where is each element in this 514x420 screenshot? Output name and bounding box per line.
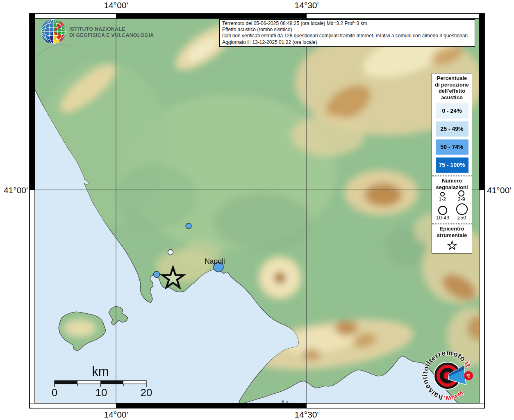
count-circle-icon [440,192,445,196]
lon-label-bottom-14-30: 14°30' [282,410,331,420]
legend-divider [432,176,472,176]
lat-label-right-41-00: 41°00' [487,185,514,195]
legend-swatch-50-74: 50 - 74% [436,139,469,155]
legend-divider [432,224,472,224]
count-label: 10-49 [436,215,449,221]
count-label: 1-2 [439,197,446,202]
legend-title-line: segnalazioni [432,184,472,191]
count-row-large: 10-49 ≥50 [432,203,472,221]
ingv-wordmark: ISTITUTO NAZIONALE DI GEOFISICA E VULCAN… [69,26,154,39]
legend-swatch-25-49: 25 - 49% [436,121,469,137]
lon-label-bottom-14-00: 14°00' [91,410,141,420]
count-label: 3-9 [458,197,465,202]
event-updated-line: Aggiornato il: 13-12-2025 01:22 (ora loc… [222,39,472,46]
ingv-name-line2: DI GEOFISICA E VULCANOLOGIA [69,32,154,39]
city-label-napoli: Napoli [205,257,225,265]
earthquake-map-figure: Napoli km 0 10 20 [0,0,514,420]
ingv-name-line1: ISTITUTO NAZIONALE [69,26,154,32]
report-dot [168,250,173,255]
event-effect-line: Effetto acustico (rombo sismico) [222,27,472,33]
count-class-50-plus: ≥50 [456,203,468,221]
legend-panel: Percentuale di percezione dell'effetto a… [432,73,472,253]
legend-swatch-0-24: 0 - 24% [436,103,469,119]
lon-label-top-14-00: 14°00' [91,0,141,10]
count-circle-icon [458,190,464,196]
map-interior: Napoli km 0 10 20 [35,16,496,409]
legend-title-line: dell'effetto [432,88,472,94]
scale-tick-10: 10 [96,386,107,399]
legend-swatch-75-100: 75 - 100% [436,158,469,173]
legend-epicenter-title: Epicentro strumentale [432,226,472,238]
count-class-10-49: 10-49 [436,206,449,221]
ingv-logo-icon [41,19,66,44]
count-circle-icon [438,206,447,215]
count-class-3-9: 3-9 [458,190,465,202]
event-data-line: Dati non verificati estratti da 128 ques… [222,33,472,39]
count-class-1-2: 1-2 [439,192,446,202]
count-circle-icon [456,203,468,215]
legend-epicenter-star-icon [446,239,458,251]
count-row-small: 1-2 3-9 [432,190,472,202]
report-dot [186,223,191,229]
legend-title-line: acustico [432,94,472,101]
legend-title-line: Percentuale [432,75,472,82]
event-info-box: Terremoto del 05-06-2025 06:48:25 (ora l… [219,19,475,47]
legend-title-line: di percezione [432,82,472,88]
scale-tick-20: 20 [141,386,152,399]
count-label: ≥50 [457,215,466,221]
lat-label-left-41-00: 41°00' [1,185,28,195]
event-title-line: Terremoto del 05-06-2025 06:48:25 (ora l… [222,21,472,27]
legend-perception-title: Percentuale di percezione dell'effetto a… [432,75,472,100]
legend-counts-title: Numero segnalazioni [432,178,472,190]
scale-tick-0: 0 [52,386,57,399]
legend-title-line: strumentale [432,232,472,239]
scale-unit-label: km [92,364,109,379]
legend-title-line: Numero [432,178,472,184]
lon-label-top-14-30: 14°30' [282,0,331,10]
report-dot [154,272,160,278]
legend-title-line: Epicentro [432,226,472,232]
islet [287,402,288,403]
islet [282,401,284,402]
